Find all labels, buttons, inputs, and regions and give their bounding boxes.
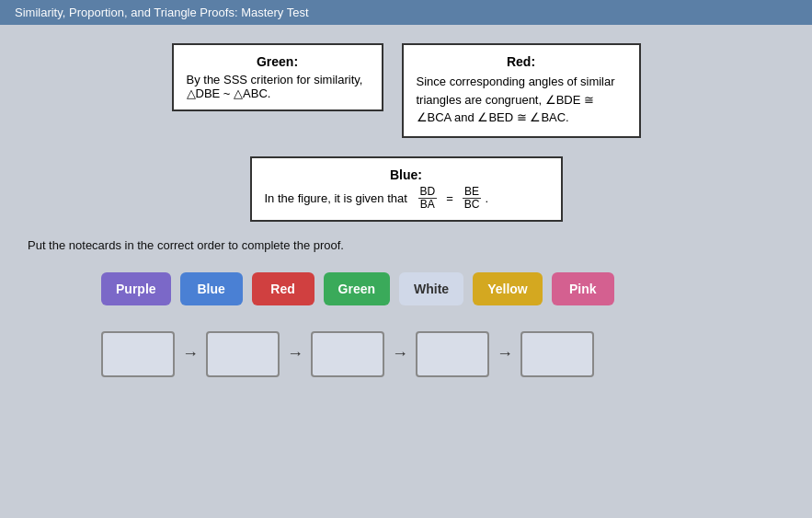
blue-card-body: In the figure, it is given that BD BA = … [265,186,548,211]
green-card-label: Green: [187,54,369,69]
instruction-text: Put the notecards in the correct order t… [28,238,784,252]
red-card-body: Since corresponding angles of similar tr… [417,73,626,127]
green-card-body: By the SSS criterion for similarity, △DB… [187,73,369,100]
button-red[interactable]: Red [252,272,315,305]
color-buttons-row: Purple Blue Red Green White Yellow Pink [101,272,784,305]
page-title: Similarity, Proportion, and Triangle Pro… [0,0,812,25]
answer-slot-3[interactable] [311,331,384,377]
arrow-4: → [497,344,513,363]
button-white[interactable]: White [399,272,463,305]
answer-slots-row: → → → → [101,331,784,377]
button-purple[interactable]: Purple [101,272,171,305]
blue-card: Blue: In the figure, it is given that BD… [250,156,563,222]
blue-prefix: In the figure, it is given that [265,191,407,205]
green-card: Green: By the SSS criterion for similari… [172,43,383,111]
equals-sign: = [446,191,453,205]
button-green[interactable]: Green [324,272,390,305]
arrow-3: → [392,344,408,363]
blue-suffix: . [485,191,488,205]
button-yellow[interactable]: Yellow [473,272,543,305]
blue-card-label: Blue: [265,167,548,182]
button-pink[interactable]: Pink [552,272,614,305]
fraction-be-bc: BE BC [463,186,482,211]
answer-slot-2[interactable] [206,331,280,377]
red-card: Red: Since corresponding angles of simil… [402,43,641,138]
red-card-label: Red: [417,54,626,69]
answer-slot-5[interactable] [520,331,594,377]
answer-slot-1[interactable] [101,331,175,377]
fraction-bd-ba: BD BA [418,186,438,211]
button-blue[interactable]: Blue [180,272,243,305]
arrow-1: → [182,344,199,363]
arrow-2: → [287,344,303,363]
answer-slot-4[interactable] [416,331,489,377]
